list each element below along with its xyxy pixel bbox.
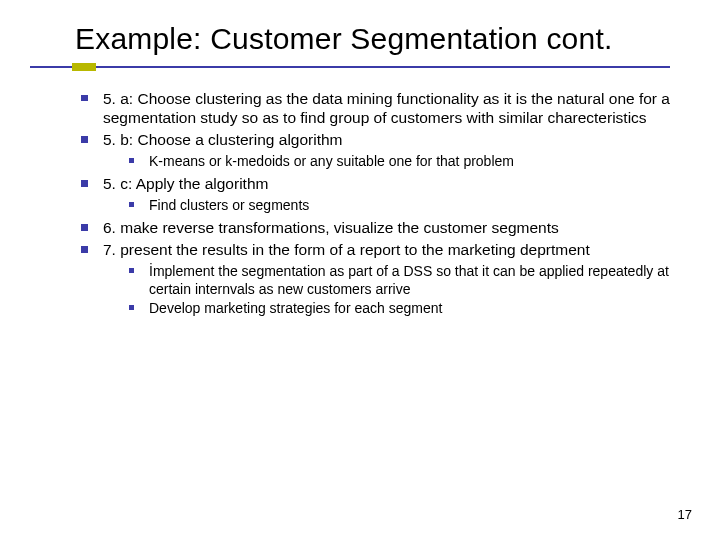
- slide-title: Example: Customer Segmentation cont.: [75, 22, 690, 57]
- page-number: 17: [678, 507, 692, 522]
- bullet-list: 5. a: Choose clustering as the data mini…: [75, 89, 690, 318]
- list-item: Find clusters or segments: [103, 196, 690, 214]
- list-item-text: 5. b: Choose a clustering algorithm: [103, 131, 343, 148]
- sub-list: İmplement the segmentation as part of a …: [103, 262, 690, 318]
- slide: Example: Customer Segmentation cont. 5. …: [0, 0, 720, 317]
- rule-line: [30, 66, 670, 69]
- list-item-text: 7. present the results in the form of a …: [103, 241, 590, 258]
- rule-accent-box: [72, 63, 96, 71]
- list-item-text: 5. c: Apply the algorithm: [103, 175, 268, 192]
- list-item: İmplement the segmentation as part of a …: [103, 262, 690, 298]
- sub-list: K-means or k-medoids or any suitable one…: [103, 152, 690, 170]
- list-item: 5. b: Choose a clustering algorithm K-me…: [75, 130, 690, 170]
- list-item: K-means or k-medoids or any suitable one…: [103, 152, 690, 170]
- title-rule: [30, 63, 670, 71]
- list-item: 5. a: Choose clustering as the data mini…: [75, 89, 690, 129]
- sub-list: Find clusters or segments: [103, 196, 690, 214]
- list-item: 5. c: Apply the algorithm Find clusters …: [75, 174, 690, 214]
- list-item: Develop marketing strategies for each se…: [103, 299, 690, 317]
- list-item: 6. make reverse transformations, visuali…: [75, 218, 690, 238]
- list-item: 7. present the results in the form of a …: [75, 240, 690, 317]
